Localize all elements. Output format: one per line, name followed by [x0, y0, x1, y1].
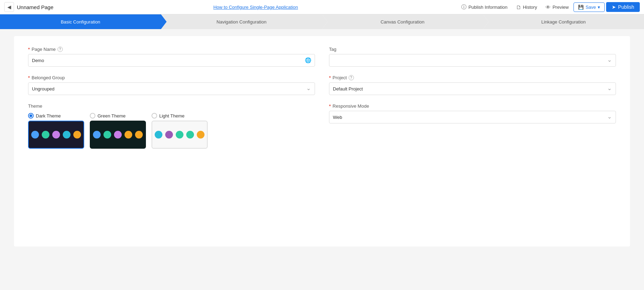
dark-dot-2	[42, 131, 49, 139]
dark-theme-label: Dark Theme	[36, 113, 61, 119]
configure-link[interactable]: How to Configure Single-Page Application	[213, 5, 298, 10]
tag-group: Tag	[329, 47, 616, 67]
page-name-input[interactable]	[28, 54, 315, 67]
belonged-group-label: * Belonged Group	[28, 75, 315, 80]
light-theme-preview[interactable]	[152, 121, 208, 149]
project-label: * Project ?	[329, 75, 616, 80]
green-dot-3	[114, 131, 122, 139]
light-theme-label: Light Theme	[159, 113, 185, 119]
step-navigation[interactable]: Navigation Configuration	[161, 14, 322, 29]
save-icon: 💾	[578, 5, 584, 10]
project-select-wrapper: Default Project	[329, 82, 616, 95]
dark-theme-radio-label[interactable]: Dark Theme	[28, 113, 61, 119]
required-star-group: *	[28, 75, 30, 80]
globe-icon: 🌐	[305, 57, 311, 63]
history-icon: 🗋	[516, 4, 521, 10]
header-left: ◀ Unnamed Page	[4, 2, 53, 12]
back-icon: ◀	[7, 4, 11, 10]
form-row-1: * Page Name ? 🌐 Tag	[28, 47, 616, 67]
form-row-2: * Belonged Group Ungrouped * Project ? D…	[28, 75, 616, 95]
project-help-icon[interactable]: ?	[349, 75, 354, 80]
save-button[interactable]: 💾 Save ▾	[573, 2, 605, 12]
belonged-group-group: * Belonged Group Ungrouped	[28, 75, 315, 95]
tag-select[interactable]	[329, 54, 616, 67]
responsive-mode-select[interactable]: Web Mobile Tablet	[329, 111, 616, 123]
green-theme-label: Green Theme	[98, 113, 126, 119]
preview-button[interactable]: 👁 Preview	[542, 2, 572, 12]
project-group: * Project ? Default Project	[329, 75, 616, 95]
tag-label: Tag	[329, 47, 616, 52]
preview-label: Preview	[552, 5, 569, 10]
theme-option-green[interactable]: Green Theme	[90, 113, 146, 149]
green-dot-2	[103, 131, 111, 139]
history-label: History	[523, 5, 537, 10]
light-theme-radio[interactable]	[152, 113, 157, 119]
belonged-group-select[interactable]: Ungrouped	[28, 82, 315, 95]
dark-dot-5	[73, 131, 81, 139]
dark-theme-radio[interactable]	[28, 113, 34, 119]
responsive-mode-group: * Responsive Mode Web Mobile Tablet	[329, 103, 616, 123]
dark-dot-3	[52, 131, 60, 139]
publish-label: Publish	[618, 4, 634, 10]
page-name-help-icon[interactable]: ?	[58, 47, 63, 52]
preview-icon: 👁	[545, 4, 551, 10]
theme-option-light[interactable]: Light Theme	[152, 113, 208, 149]
main-content: * Page Name ? 🌐 Tag * Belon	[14, 36, 630, 247]
step-canvas[interactable]: Canvas Configuration	[322, 14, 483, 29]
page-title: Unnamed Page	[17, 4, 53, 10]
theme-label: Theme	[28, 103, 315, 109]
publish-info-label: Publish Information	[468, 5, 507, 10]
step-navigation-label: Navigation Configuration	[216, 19, 266, 25]
step-linkage-label: Linkage Configuration	[541, 19, 585, 25]
publish-info-button[interactable]: ⓘ Publish Information	[458, 2, 511, 12]
green-theme-radio-label[interactable]: Green Theme	[90, 113, 126, 119]
step-bar: Basic Configuration Navigation Configura…	[0, 14, 644, 29]
header-center: How to Configure Single-Page Application	[57, 5, 454, 10]
page-name-input-wrapper: 🌐	[28, 54, 315, 67]
step-basic-label: Basic Configuration	[61, 19, 100, 25]
light-dot-4	[186, 131, 194, 139]
responsive-mode-label: * Responsive Mode	[329, 103, 616, 109]
theme-option-dark[interactable]: Dark Theme	[28, 113, 84, 149]
required-star-responsive: *	[329, 103, 331, 109]
green-dot-4	[125, 131, 132, 139]
step-linkage[interactable]: Linkage Configuration	[483, 14, 644, 29]
light-dot-2	[165, 131, 173, 139]
green-theme-radio[interactable]	[90, 113, 95, 119]
back-button[interactable]: ◀	[4, 2, 14, 12]
light-dot-5	[197, 131, 204, 139]
publish-button[interactable]: ➤ Publish	[606, 2, 640, 12]
green-dot-1	[93, 131, 101, 139]
responsive-mode-select-wrapper: Web Mobile Tablet	[329, 111, 616, 123]
page-name-label: * Page Name ?	[28, 47, 315, 52]
required-star-name: *	[28, 47, 30, 52]
dark-dot-1	[31, 131, 39, 139]
belonged-group-select-wrapper: Ungrouped	[28, 82, 315, 95]
light-theme-radio-label[interactable]: Light Theme	[152, 113, 185, 119]
tag-select-wrapper	[329, 54, 616, 67]
header-right: ⓘ Publish Information 🗋 History 👁 Previe…	[458, 2, 640, 12]
app-header: ◀ Unnamed Page How to Configure Single-P…	[0, 0, 644, 14]
step-basic[interactable]: Basic Configuration	[0, 14, 161, 29]
dark-theme-preview[interactable]	[28, 121, 84, 149]
publish-icon: ➤	[612, 4, 616, 10]
required-star-project: *	[329, 75, 331, 80]
save-dropdown-icon: ▾	[598, 5, 600, 10]
dark-dot-4	[63, 131, 71, 139]
history-button[interactable]: 🗋 History	[512, 2, 541, 12]
page-name-group: * Page Name ? 🌐	[28, 47, 315, 67]
theme-options: Dark Theme Green Theme	[28, 113, 315, 149]
green-theme-preview[interactable]	[90, 121, 146, 149]
form-row-3: Theme Dark Theme	[28, 103, 616, 149]
theme-group: Theme Dark Theme	[28, 103, 315, 149]
step-canvas-label: Canvas Configuration	[381, 19, 424, 25]
green-dot-5	[135, 131, 143, 139]
light-dot-1	[155, 131, 162, 139]
project-select[interactable]: Default Project	[329, 82, 616, 95]
publish-info-icon: ⓘ	[461, 4, 467, 11]
save-label: Save	[585, 5, 596, 10]
light-dot-3	[176, 131, 183, 139]
